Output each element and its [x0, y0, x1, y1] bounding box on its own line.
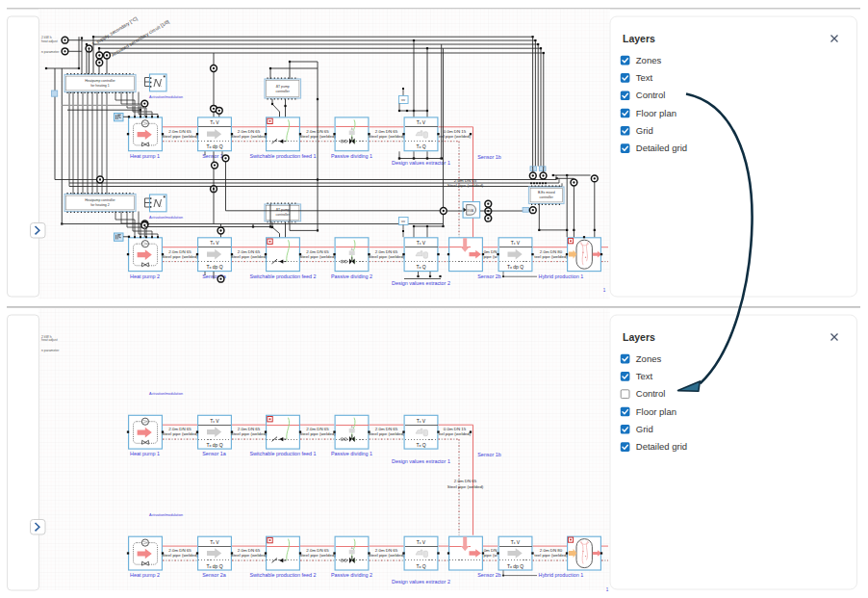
svg-text:n parameter: n parameter: [41, 50, 60, 54]
svg-text:Design values extractor 2: Design values extractor 2: [392, 280, 450, 286]
svg-text:Sensor 1b: Sensor 1b: [477, 452, 501, 457]
svg-text:Switchable production feed 1: Switchable production feed 1: [249, 451, 316, 456]
svg-text:0m DNpipe (w: 0m DNpipe (w: [483, 249, 498, 259]
svg-text:controller: controller: [540, 195, 554, 199]
svg-text:Grid: Grid: [636, 125, 653, 136]
svg-text:ΔT pump: ΔT pump: [276, 85, 290, 89]
svg-text:Design values extractor 1: Design values extractor 1: [392, 458, 450, 464]
svg-text:controller: controller: [276, 90, 291, 93]
svg-text:Design values extractor 1: Design values extractor 1: [392, 160, 450, 166]
svg-text:Heatpump controller: Heatpump controller: [85, 198, 115, 202]
svg-text:Control: Control: [636, 388, 666, 399]
svg-text:Text: Text: [636, 72, 653, 83]
svg-text:Sensor 2b: Sensor 2b: [477, 572, 501, 578]
svg-text:Zones: Zones: [636, 55, 662, 65]
svg-text:Switchable production feed 2: Switchable production feed 2: [249, 572, 316, 578]
svg-text:Design values extractor 2: Design values extractor 2: [392, 579, 450, 585]
svg-text:heat adjust: heat adjust: [41, 39, 58, 43]
svg-text:Sensor 2a: Sensor 2a: [202, 572, 226, 578]
svg-text:Control: Control: [636, 90, 666, 100]
svg-text:for heating 2: for heating 2: [90, 203, 110, 207]
svg-text:n parameter: n parameter: [41, 349, 60, 352]
svg-text:Floor plan: Floor plan: [636, 406, 677, 417]
svg-text:Passive dividing 1: Passive dividing 1: [331, 451, 372, 456]
svg-text:Layers: Layers: [623, 331, 655, 343]
svg-text:Sensor 1a: Sensor 1a: [202, 451, 226, 456]
svg-text:Heat pump 1: Heat pump 1: [130, 153, 160, 159]
svg-text:Switchable production feed 2: Switchable production feed 2: [249, 273, 316, 279]
svg-text:Passive dividing 2: Passive dividing 2: [331, 572, 372, 578]
svg-text:Heat pump 2: Heat pump 2: [130, 572, 160, 578]
svg-text:controller: controller: [276, 213, 291, 217]
svg-text:Grid: Grid: [636, 424, 653, 434]
svg-text:Activation/modulation: Activation/modulation: [149, 392, 183, 396]
svg-text:Activation/modulation: Activation/modulation: [149, 513, 183, 517]
svg-text:Floor plan: Floor plan: [636, 108, 677, 118]
svg-text:Sensor 2b: Sensor 2b: [477, 273, 501, 279]
svg-text:Switchable production feed 1: Switchable production feed 1: [249, 153, 316, 159]
svg-text:Passive dividing 1: Passive dividing 1: [331, 153, 372, 159]
svg-text:0m DNpipe (w: 0m DNpipe (w: [483, 548, 498, 558]
svg-text:Heat pump 2: Heat pump 2: [130, 273, 160, 279]
svg-text:Zones: Zones: [636, 353, 662, 364]
svg-text:Hybrid production 1: Hybrid production 1: [539, 273, 584, 279]
svg-text:for heating 1: for heating 1: [90, 84, 110, 88]
svg-text:Activation/modulation: Activation/modulation: [149, 95, 183, 99]
svg-text:Hybrid production 1: Hybrid production 1: [539, 572, 584, 578]
svg-text:Sensor 1b: Sensor 1b: [477, 154, 501, 160]
svg-text:Activation/modulation: Activation/modulation: [149, 216, 183, 220]
svg-text:Layers: Layers: [623, 33, 655, 44]
svg-text:Text: Text: [636, 371, 653, 381]
svg-text:Heatpump controller: Heatpump controller: [85, 79, 115, 83]
svg-text:Detailed grid: Detailed grid: [636, 143, 687, 153]
svg-text:B.Ex mixed: B.Ex mixed: [538, 191, 555, 195]
svg-text:Heat pump 1: Heat pump 1: [130, 451, 160, 456]
svg-text:heat adjust: heat adjust: [41, 338, 58, 342]
svg-text:Detailed grid: Detailed grid: [636, 441, 687, 452]
svg-text:Passive dividing 2: Passive dividing 2: [331, 273, 372, 279]
